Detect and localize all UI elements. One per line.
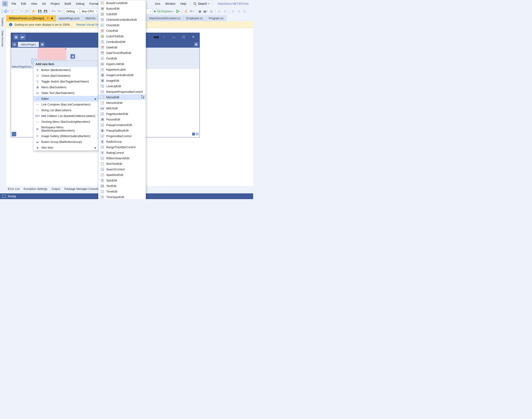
start-nodbg-button[interactable] xyxy=(175,9,181,14)
editor-item-breadcrumbedit[interactable]: 📂BreadCrumbEdit xyxy=(98,0,146,6)
pin-icon[interactable]: 📌 xyxy=(46,17,49,20)
file-button-icon[interactable]: ▤ xyxy=(12,42,17,47)
editor-item-richtextedit[interactable]: 📄RichTextEdit xyxy=(98,161,146,167)
menu-debug[interactable]: Debug xyxy=(73,1,87,7)
component-tray-icon[interactable] xyxy=(12,132,16,136)
nav-fwd-button[interactable] xyxy=(10,9,15,14)
editor-item-searchcontrol[interactable]: 🔍SearchControl xyxy=(98,167,146,172)
qat-item-icon[interactable]: ▦ xyxy=(13,34,19,40)
menu-window[interactable]: Window xyxy=(163,1,178,7)
editor-item-popupcontaineredit[interactable]: ▭PopupContainerEdit xyxy=(98,122,146,128)
menu-build[interactable]: Build xyxy=(62,1,73,7)
editor-item-popupgalleryedit[interactable]: ▦PopupGalleryEdit xyxy=(98,128,146,133)
open-folder-button[interactable]: 📂 xyxy=(31,9,37,14)
align-button-5[interactable]: ⊟ xyxy=(242,9,247,14)
toolbar-grip-icon[interactable] xyxy=(2,9,3,13)
editor-item-checkedcomboboxedit[interactable]: ☑CheckedComboBoxEdit xyxy=(98,17,146,22)
save-button[interactable]: 💾 xyxy=(37,9,42,14)
tab-pmc[interactable]: Package Manager Console xyxy=(64,187,99,191)
redo-button[interactable]: ↷ xyxy=(56,9,62,14)
save-all-button[interactable]: 💾 xyxy=(43,9,48,14)
editor-item-marqueeprogressbarcontrol[interactable]: ▭MarqueeProgressBarControl xyxy=(98,89,146,94)
editor-item-colorpickedit[interactable]: 🌈ColorPickEdit xyxy=(98,33,146,39)
editor-item-fontedit[interactable]: AFontEdit xyxy=(98,56,146,61)
add-page-icon[interactable]: ▦ xyxy=(40,42,45,47)
search-box[interactable]: Search ▾ xyxy=(191,2,211,5)
editor-item-pagenumberedit[interactable]: #PageNumberEdit xyxy=(98,111,146,117)
ctx-item-button[interactable]: BButton (BarButtonItem) xyxy=(33,67,98,73)
solution-config-combo[interactable]: Debug xyxy=(65,9,80,14)
editor-item-mruedit[interactable]: mruMRUEdit xyxy=(98,105,146,111)
editor-item-coloredit[interactable]: 🎨ColorEdit xyxy=(98,28,146,33)
close-button[interactable]: ✕ xyxy=(189,33,198,41)
tab-output[interactable]: Output xyxy=(52,187,60,191)
editor-item-imageedit[interactable]: 🖼ImageEdit xyxy=(98,78,146,83)
qat-add-icon[interactable]: ▦▾ xyxy=(20,34,25,40)
layout-button-3[interactable]: ▦ xyxy=(209,9,214,14)
editor-item-timeedit[interactable]: 🕒TimeEdit xyxy=(98,189,146,194)
menu-view[interactable]: View xyxy=(28,1,40,7)
minimize-button[interactable]: — xyxy=(169,33,178,41)
ctx-item-link[interactable]: ▭Link Container (BarLinkContainerItem) xyxy=(33,102,98,107)
add-item-button[interactable]: 📑 xyxy=(23,9,28,14)
align-button-3[interactable]: ⊟ xyxy=(230,9,236,14)
editor-item-memoedit[interactable]: 📝MemoEdit xyxy=(98,94,146,100)
ctx-item-image[interactable]: 👁Image Gallery (RibbonGalleryBarItem) xyxy=(33,133,98,139)
align-button-4[interactable]: ⊟ xyxy=(236,9,241,14)
data-sources-tab[interactable]: Data Sources xyxy=(0,28,5,49)
ctx-item-button[interactable]: ▬Button Group (BarButtonGroup) xyxy=(33,139,98,145)
ribbon-action-icon[interactable]: ▦ xyxy=(153,35,156,39)
tab-error-list[interactable]: Error List xyxy=(8,187,20,191)
menu-project[interactable]: Project xyxy=(48,1,62,7)
tab-maindemo-clipped[interactable]: MainDe xyxy=(83,15,99,21)
tab-appsettings[interactable]: appsettings.json xyxy=(56,15,82,21)
form-add-icon[interactable]: ▦ xyxy=(156,35,159,39)
ribbon-corner-icon[interactable]: ▦ xyxy=(194,42,198,47)
editor-item-buttonedit[interactable]: 🔘ButtonEdit xyxy=(98,6,146,11)
editor-item-datetimeoffsetedit[interactable]: 📅DateTimeOffsetEdit xyxy=(98,50,146,56)
editor-item-hyperlinkedit[interactable]: Ab»HyperLinkEdit xyxy=(98,61,146,67)
ctx-item-static[interactable]: abStatic Text (BarStaticItem) xyxy=(33,90,98,96)
editor-item-lookupedit[interactable]: 🔍LookUpEdit xyxy=(98,83,146,89)
tab-ribbonform[interactable]: RibbonForm1.cs [Design] 📌 xyxy=(6,15,56,21)
menu-file[interactable]: File xyxy=(9,1,19,7)
editor-item-ratingcontrol[interactable]: ★RatingControl xyxy=(98,150,146,155)
editor-item-memoexedit[interactable]: 📝MemoExEdit xyxy=(98,100,146,105)
menu-extensions-clipped[interactable]: ions xyxy=(152,1,163,7)
ctx-item-toggle[interactable]: ☑Toggle Switch (BarToggleSwitchItem) xyxy=(33,79,98,84)
ctx-item-check[interactable]: ☑Check (BarCheckItem) xyxy=(33,73,98,79)
form-sizer[interactable] xyxy=(192,133,199,136)
menu-git[interactable]: Git xyxy=(40,1,48,7)
ctx-item-docking[interactable]: ▭Docking Menu (BarDockingMenuItem) xyxy=(33,119,98,125)
maximize-button[interactable]: ☐ xyxy=(178,33,189,41)
editor-item-progressbarcontrol[interactable]: ▭ProgressBarControl xyxy=(98,133,146,139)
ctx-item-skin[interactable]: ◉Skin Item▶ xyxy=(33,145,98,150)
editor-item-dateedit[interactable]: 📅DateEdit xyxy=(98,45,146,50)
editor-item-pictureedit[interactable]: 🖼PictureEdit xyxy=(98,117,146,122)
editor-item-sparklineedit[interactable]: 📈SparklineEdit xyxy=(98,172,146,178)
ctx-item-editor[interactable]: ▭Editor▶ xyxy=(33,96,98,102)
editor-item-hypertextlabel[interactable]: AHypertextLabel xyxy=(98,67,146,72)
restore-button[interactable]: ▫ xyxy=(159,33,169,41)
editor-item-spinedit[interactable]: ⇅SpinEdit xyxy=(98,178,146,183)
solution-platform-combo[interactable]: Any CPU xyxy=(80,9,98,14)
editor-item-textedit[interactable]: ablTextEdit xyxy=(98,183,146,189)
editor-item-timespanedit[interactable]: ⏱TimeSpanEdit xyxy=(98,194,146,199)
ribbon-page-1[interactable]: ribbonPage1 xyxy=(18,42,39,47)
ctx-item-workspace[interactable]: ▤Workspace Menu (BarWorkspaceMenuItem) xyxy=(33,125,98,133)
editor-item-radiogroup[interactable]: ◉RadioGroup xyxy=(98,139,146,144)
menu-help[interactable]: Help xyxy=(178,1,189,7)
tab-dbcontext[interactable]: MainDemoDbContext.cs xyxy=(146,15,183,21)
refresh-button[interactable]: ⟳ xyxy=(189,9,194,14)
run-button[interactable]: IIS Express ▾ xyxy=(153,10,175,13)
editor-item-ribbonsearchedit[interactable]: ▭RibbonSearchEdit xyxy=(98,155,146,161)
restart-link[interactable]: Restart Visual Studi xyxy=(76,23,102,26)
ctx-item-menu[interactable]: ▦Menu (BarSubItem) xyxy=(33,84,98,90)
selected-group[interactable] xyxy=(38,48,66,60)
ctx-item-mdi[interactable]: MDIMdi Children List (BarMdiChildrenList… xyxy=(33,113,98,119)
feedback-icon[interactable] xyxy=(2,195,6,198)
layout-button-1[interactable]: ▦ xyxy=(197,9,202,14)
toolbox-tab[interactable]: Toolbox xyxy=(0,15,5,28)
tab-exception-settings[interactable]: Exception Settings xyxy=(24,187,47,191)
add-group-icon[interactable]: ▦ xyxy=(70,54,75,59)
